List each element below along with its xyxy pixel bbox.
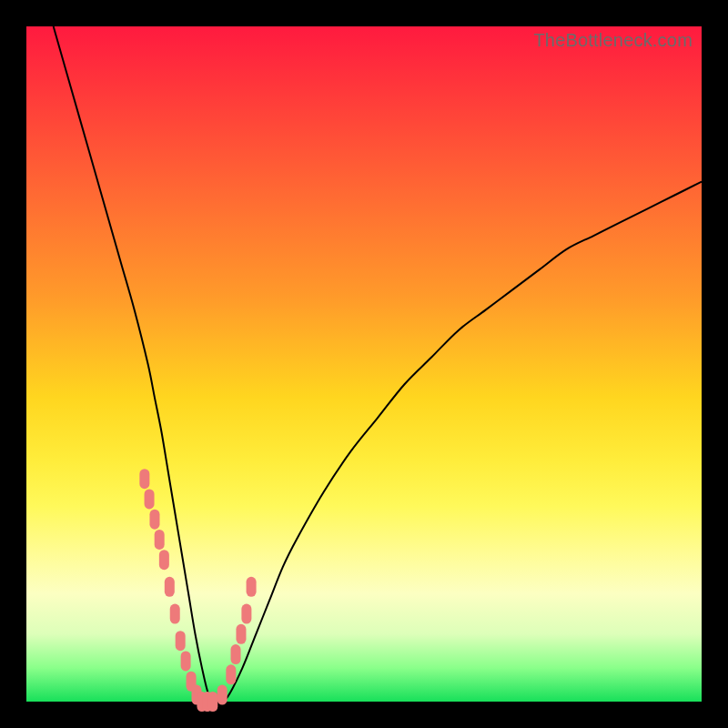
data-marker <box>155 530 165 550</box>
data-marker <box>231 644 241 664</box>
chart-frame: TheBottleneck.com <box>26 26 702 702</box>
data-marker <box>139 469 149 489</box>
bottleneck-curve <box>54 26 702 703</box>
data-marker <box>176 631 186 651</box>
data-marker <box>241 604 251 624</box>
data-marker <box>217 685 228 705</box>
data-marker <box>170 604 180 624</box>
data-marker <box>226 664 236 684</box>
watermark-text: TheBottleneck.com <box>533 30 693 51</box>
data-marker <box>247 577 257 597</box>
data-marker <box>207 692 217 712</box>
data-marker <box>149 510 159 530</box>
data-marker <box>236 624 246 644</box>
data-marker <box>145 489 155 509</box>
chart-svg <box>26 26 702 702</box>
data-marker <box>165 577 175 597</box>
data-marker <box>159 550 169 570</box>
data-marker <box>181 651 191 671</box>
